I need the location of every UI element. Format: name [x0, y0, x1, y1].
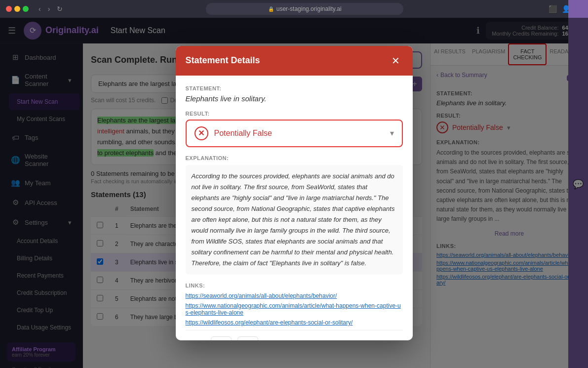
back-button[interactable]: ‹ — [37, 4, 43, 14]
extensions-button[interactable]: ⬛ — [549, 5, 557, 13]
lock-icon: 🔒 — [268, 6, 274, 12]
browser-nav: ‹ › ↻ — [37, 4, 65, 14]
modal-body: STATEMENT: Elephants live in solitary. R… — [176, 76, 413, 340]
modal-false-icon: ✕ — [195, 126, 208, 140]
modal-result-label: RESULT: — [186, 111, 403, 117]
modal-feedback-section: 👍 👎 Does this result make sense? Let us … — [186, 330, 403, 340]
url-bar[interactable]: 🔒 user-staging.originality.ai — [206, 3, 403, 15]
url-text: user-staging.originality.ai — [276, 5, 342, 12]
modal-close-button[interactable]: ✕ — [389, 54, 403, 68]
modal-explanation-text: According to the sources provided, eleph… — [186, 165, 403, 275]
modal-link-3[interactable]: https://wildlifeosos.org/elephant/are-el… — [186, 319, 403, 326]
window-controls — [6, 6, 29, 12]
modal-statement-label: STATEMENT: — [186, 85, 403, 91]
modal-link-1[interactable]: https://seaworld.org/animals/all-about/e… — [186, 292, 403, 299]
forward-button[interactable]: › — [46, 4, 52, 14]
modal-links-label: LINKS: — [186, 283, 403, 288]
modal-dropdown-button[interactable]: ▾ — [390, 128, 394, 138]
modal-link-2[interactable]: https://www.nationalgeographic.com/anima… — [186, 302, 403, 316]
maximize-dot[interactable] — [23, 6, 29, 12]
modal-title: Statement Details — [186, 55, 260, 66]
thumbs-down-button[interactable]: 👎 — [237, 336, 258, 340]
modal-statement-text: Elephants live in solitary. — [186, 94, 403, 103]
modal-overlay[interactable]: Statement Details ✕ STATEMENT: Elephants… — [0, 18, 588, 368]
modal-explanation-label: EXPLANATION: — [186, 155, 403, 161]
thumbs-up-button[interactable]: 👍 — [211, 336, 232, 340]
close-dot[interactable] — [6, 6, 12, 12]
modal-result-box: ✕ Potentially False ▾ — [186, 120, 403, 147]
modal-false-label: Potentially False — [214, 129, 384, 138]
browser-chrome: ‹ › ↻ 🔒 user-staging.originality.ai ⬛ 👤 … — [0, 0, 588, 18]
minimize-dot[interactable] — [14, 6, 20, 12]
modal-header: Statement Details ✕ — [176, 46, 413, 76]
statement-details-modal: Statement Details ✕ STATEMENT: Elephants… — [176, 46, 413, 340]
refresh-button[interactable]: ↻ — [55, 4, 65, 14]
